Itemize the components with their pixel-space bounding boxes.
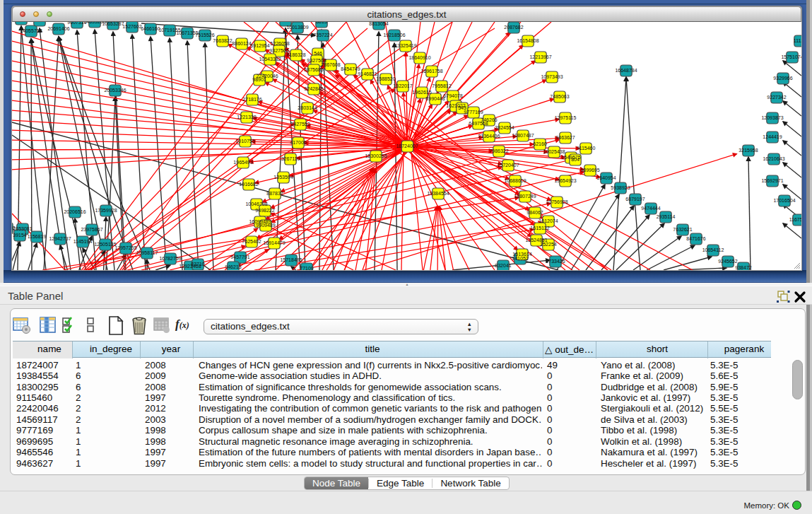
svg-text:252254: 252254: [540, 242, 556, 247]
svg-text:16154808: 16154808: [517, 38, 539, 43]
svg-text:1145194: 1145194: [73, 239, 93, 244]
svg-text:17359928: 17359928: [95, 208, 117, 213]
svg-text:8454749: 8454749: [341, 66, 360, 71]
svg-text:16210643: 16210643: [763, 156, 784, 161]
svg-text:20053346: 20053346: [104, 88, 126, 93]
svg-text:7357224: 7357224: [313, 33, 332, 37]
svg-text:9146821: 9146821: [358, 71, 377, 76]
svg-text:21364436: 21364436: [478, 134, 500, 139]
svg-text:9899695: 9899695: [580, 168, 599, 173]
svg-text:11123: 11123: [794, 38, 801, 43]
svg-text:17957255: 17957255: [114, 245, 136, 250]
svg-text:1322017: 1322017: [393, 83, 412, 88]
svg-text:12093873: 12093873: [761, 115, 783, 120]
svg-text:12975115: 12975115: [555, 115, 577, 120]
svg-text:12942737: 12942737: [49, 236, 71, 241]
svg-text:8912954: 8912954: [250, 43, 269, 48]
svg-text:16961758: 16961758: [420, 69, 442, 74]
svg-text:946213: 946213: [225, 264, 241, 269]
svg-text:2803144: 2803144: [298, 105, 317, 110]
svg-text:6879197: 6879197: [625, 197, 645, 201]
svg-text:8860124: 8860124: [232, 41, 251, 46]
svg-text:10807487: 10807487: [512, 133, 534, 138]
svg-text:5938923: 5938923: [611, 185, 630, 190]
svg-text:8427552: 8427552: [290, 122, 310, 127]
svg-text:938472: 938472: [735, 265, 751, 270]
svg-text:9909489: 9909489: [256, 223, 275, 228]
svg-text:10543382: 10543382: [259, 57, 281, 62]
svg-text:15720407: 15720407: [497, 163, 519, 168]
svg-text:19654923: 19654923: [554, 178, 576, 183]
svg-text:9777169: 9777169: [464, 110, 483, 115]
svg-text:39154: 39154: [13, 233, 27, 238]
svg-text:18300295: 18300295: [365, 153, 387, 158]
svg-text:23975867: 23975867: [81, 227, 102, 232]
svg-text:9474444: 9474444: [641, 206, 660, 211]
svg-text:832041: 832041: [495, 263, 511, 268]
svg-text:3824554: 3824554: [495, 125, 514, 130]
svg-text:2653081: 2653081: [13, 226, 32, 231]
svg-text:5226058: 5226058: [270, 41, 289, 46]
svg-text:10958117: 10958117: [136, 250, 158, 255]
svg-text:10973493: 10973493: [541, 74, 563, 79]
svg-text:15692971: 15692971: [761, 178, 783, 183]
svg-text:8186328: 8186328: [286, 52, 305, 57]
svg-text:1615132: 1615132: [530, 226, 549, 230]
svg-text:9115460: 9115460: [577, 146, 596, 151]
svg-text:1962615: 1962615: [412, 90, 431, 95]
svg-text:1612074: 1612074: [539, 218, 558, 223]
svg-text:1527602: 1527602: [122, 24, 141, 29]
svg-text:16013809: 16013809: [286, 25, 308, 30]
svg-text:13325419: 13325419: [394, 43, 416, 48]
svg-text:1244419: 1244419: [763, 134, 782, 139]
svg-text:9498222: 9498222: [255, 208, 274, 213]
svg-text:19218506: 19218506: [383, 33, 405, 37]
svg-text:16914479: 16914479: [263, 240, 285, 245]
svg-text:9463627: 9463627: [555, 135, 575, 140]
svg-text:10654112: 10654112: [702, 247, 724, 252]
svg-text:7515526: 7515526: [195, 33, 214, 37]
svg-text:16782759: 16782759: [159, 256, 181, 261]
svg-text:77109: 77109: [300, 266, 314, 270]
svg-text:1588520: 1588520: [376, 76, 395, 81]
svg-text:9457791: 9457791: [230, 255, 249, 259]
svg-text:10756928: 10756928: [546, 199, 567, 204]
svg-text:18724007: 18724007: [396, 144, 418, 148]
svg-text:20206516: 20206516: [64, 209, 86, 214]
svg-text:417006: 417006: [290, 140, 306, 145]
svg-text:1010755: 1010755: [235, 139, 254, 144]
svg-text:9329966: 9329966: [773, 76, 792, 81]
svg-text:14055712: 14055712: [20, 28, 42, 33]
svg-text:141052: 141052: [512, 256, 528, 261]
svg-text:6794078: 6794078: [443, 93, 462, 98]
svg-text:8813054: 8813054: [369, 22, 388, 26]
svg-text:1513614: 1513614: [512, 252, 531, 257]
svg-text:18812174: 18812174: [274, 22, 296, 23]
svg-text:546: 546: [314, 51, 322, 56]
svg-text:6466160: 6466160: [141, 26, 160, 31]
svg-text:887832: 887832: [266, 191, 283, 196]
svg-text:1167533: 1167533: [789, 217, 801, 222]
svg-text:2935114: 2935114: [657, 214, 676, 219]
svg-text:1733426: 1733426: [546, 259, 565, 264]
svg-text:62160: 62160: [533, 141, 547, 146]
svg-text:12505135: 12505135: [94, 242, 116, 247]
svg-text:98901: 98901: [252, 77, 266, 82]
svg-text:5875685: 5875685: [304, 67, 323, 72]
svg-text:1640954: 1640954: [596, 175, 616, 180]
svg-text:8990448: 8990448: [425, 96, 445, 101]
svg-text:7955812: 7955812: [432, 83, 451, 88]
svg-text:804: 804: [571, 157, 579, 162]
svg-text:8471676: 8471676: [686, 236, 705, 241]
svg-text:9242845: 9242845: [304, 86, 323, 91]
svg-text:2867608: 2867608: [321, 62, 340, 67]
svg-text:18807249: 18807249: [514, 194, 536, 199]
svg-text:20691406: 20691406: [47, 26, 69, 31]
svg-text:19384554: 19384554: [427, 191, 449, 196]
svg-text:1916682: 1916682: [239, 182, 258, 187]
svg-text:3267110: 3267110: [281, 156, 300, 161]
svg-text:746266: 746266: [481, 117, 497, 122]
svg-text:7625402: 7625402: [242, 239, 261, 244]
svg-text:2087682: 2087682: [504, 25, 523, 30]
svg-text:10046798: 10046798: [245, 201, 267, 206]
